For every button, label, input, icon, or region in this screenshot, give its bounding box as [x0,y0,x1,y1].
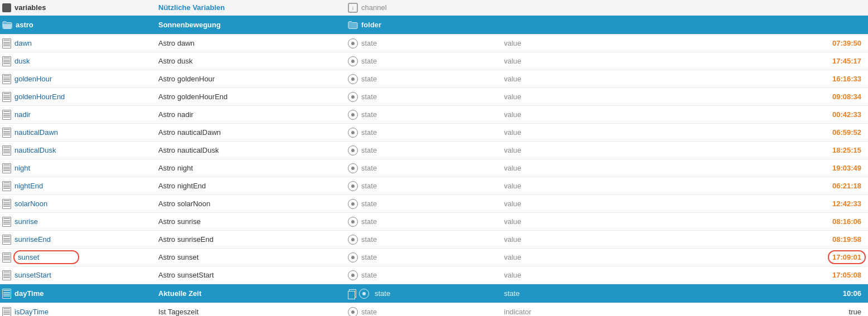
doc-icon [2,235,11,245]
state-icon [348,110,358,120]
table-row: nadir Astro nadir state value 00:42:33 [0,106,868,124]
item-subtype: value [504,253,799,261]
item-type-col: state [348,110,504,120]
item-value: 10:06 [799,289,866,298]
item-type: state [361,75,377,83]
item-type-col: state [348,199,504,209]
item-name[interactable]: sunrise [14,217,38,226]
item-desc: Astro goldenHour [158,75,215,83]
item-name-col: sunrise [2,217,158,227]
item-name[interactable]: nauticalDawn [14,128,58,137]
item-name-col: goldenHour [2,74,158,84]
variables-header-row: variables Nützliche Variablen i channel [0,0,868,16]
item-value: 08:19:58 [799,235,866,244]
item-type-col: state [348,145,504,155]
item-name-col: night [2,163,158,173]
item-name[interactable]: nadir [14,110,31,119]
item-name[interactable]: solarNoon [14,200,47,208]
item-value: 07:39:50 [799,39,866,47]
item-subtype: value [504,57,799,65]
item-desc-col: Astro goldenHourEnd [158,93,348,101]
item-name-col: solarNoon [2,199,158,209]
daytime-name[interactable]: dayTime [14,289,44,298]
item-type-col: state [348,235,504,245]
sunset-name[interactable]: sunset [18,253,39,261]
item-desc: Ist Tageszeit [158,308,198,316]
item-name-col: dayTime [2,289,158,299]
state-icon [348,145,358,155]
item-desc: Astro sunsetStart [158,271,214,279]
item-desc: Astro sunset [158,253,198,261]
variables-label: variables [14,3,46,12]
astro-folder-label[interactable]: astro [16,21,33,29]
sunset-row: sunset Astro sunset state value 17:09:01 [0,249,868,266]
item-value: 17:45:17 [799,57,866,65]
item-subtype: value [504,164,799,172]
item-value: 08:16:06 [799,217,866,226]
table-row: dawn Astro dawn state value 07:39:50 [0,35,868,52]
item-name[interactable]: nightEnd [14,182,43,190]
item-desc-col: Astro sunriseEnd [158,235,348,244]
doc-icon [2,307,11,317]
table-row: goldenHourEnd Astro goldenHourEnd state … [0,88,868,106]
item-value: 17:09:01 [799,253,866,261]
item-name[interactable]: dusk [14,57,30,65]
item-desc: Astro sunrise [158,217,201,226]
item-name[interactable]: night [14,164,30,172]
variables-icon [2,3,11,12]
item-name[interactable]: goldenHourEnd [14,93,65,101]
item-subtype: value [504,235,799,244]
item-desc: Astro goldenHourEnd [158,93,227,101]
daytime-type: state [375,289,390,298]
doc-icon [2,217,11,227]
item-name-col: sunset [2,252,158,262]
table-row: nightEnd Astro nightEnd state value 06:2… [0,177,868,195]
item-subtype: value [504,271,799,279]
doc-icon [2,270,11,280]
items-list: dawn Astro dawn state value 07:39:50 dus… [0,35,868,284]
item-name[interactable]: sunsetStart [14,271,51,279]
item-type: state [361,57,377,65]
folder-icon-small [348,21,358,30]
state-icon [348,270,358,280]
item-value: 06:21:18 [799,182,866,190]
item-desc-col: Astro dawn [158,39,348,47]
item-subtype: state [504,289,799,298]
state-icon [348,181,358,191]
state-icon [348,307,358,317]
item-name-col: sunsetStart [2,270,158,280]
state-icon [348,199,358,209]
item-type-col: state [348,289,504,299]
item-type: state [361,271,377,279]
item-name[interactable]: goldenHour [14,75,52,83]
item-desc-col: Astro dusk [158,57,348,65]
item-type: state [361,164,377,172]
astro-folder-type-label: folder [361,21,381,29]
item-name-col: nadir [2,110,158,120]
item-desc-col: Astro nauticalDusk [158,146,348,154]
item-desc: Astro night [158,164,193,172]
table-row: sunrise Astro sunrise state value 08:16:… [0,213,868,231]
astro-folder-desc-col: Sonnenbewegung [158,21,348,29]
doc-icon [2,252,11,262]
channel-icon: i [348,3,358,13]
item-name[interactable]: sunriseEnd [14,235,51,244]
item-type: state [361,128,377,137]
item-type: state [361,146,377,154]
state-icon [348,252,358,262]
item-name[interactable]: isDayTime [14,308,49,316]
item-type-col: state [348,307,504,317]
table-row: nauticalDusk Astro nauticalDusk state va… [0,142,868,159]
item-desc-col: Astro sunsetStart [158,271,348,279]
doc-icon [2,110,11,120]
item-value: 06:59:52 [799,128,866,137]
variables-col-desc: Nützliche Variablen [158,3,348,12]
item-type: state [361,235,377,244]
item-subtype: indicator [504,308,799,316]
state-icon [348,128,358,138]
item-name[interactable]: dawn [14,39,32,47]
item-type: state [361,39,377,47]
item-type: state [361,253,377,261]
item-name[interactable]: nauticalDusk [14,146,56,154]
table-row: sunriseEnd Astro sunriseEnd state value … [0,231,868,249]
